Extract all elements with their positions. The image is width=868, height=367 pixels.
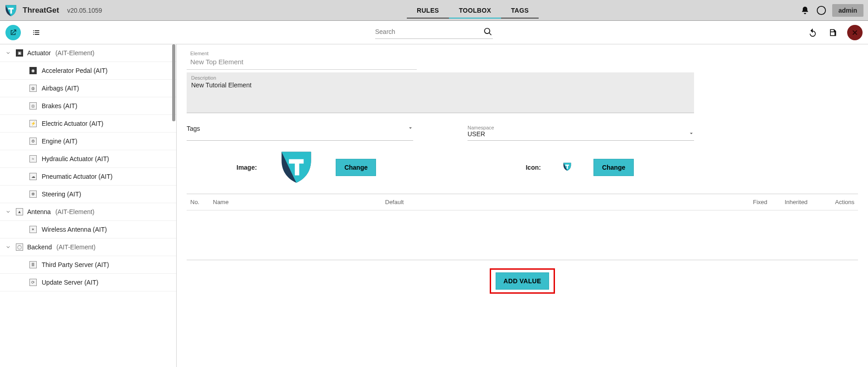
item-icon: ☸ (29, 190, 37, 198)
group-type: (AIT-Element) (55, 49, 94, 57)
header-right: admin (800, 4, 863, 17)
description-label: Description (191, 75, 690, 81)
element-label: Element (187, 49, 858, 56)
col-fixed: Fixed (749, 194, 781, 210)
description-text[interactable]: New Tutorial Element (191, 81, 690, 89)
close-button[interactable] (847, 25, 863, 40)
top-header: ThreatGet v20.05.1059 RULES TOOLBOX TAGS… (0, 0, 868, 21)
tree-item[interactable]: ⟳Update Server (AIT) (0, 274, 176, 291)
search-icon[interactable] (483, 26, 493, 37)
col-default: Default (381, 194, 749, 210)
app-logo-icon (5, 4, 17, 17)
group-name: Backend (27, 243, 52, 251)
namespace-select[interactable]: Namespace USER (468, 125, 694, 141)
tree-item-label: Accelerator Pedal (AIT) (42, 67, 108, 74)
image-label: Image: (236, 164, 257, 171)
namespace-value: USER (468, 130, 485, 138)
tab-toolbox[interactable]: TOOLBOX (449, 2, 501, 19)
tree-item-label: Engine (AIT) (42, 138, 77, 145)
item-icon: ⚙ (29, 137, 37, 145)
header-left: ThreatGet v20.05.1059 (5, 4, 102, 17)
search-field (375, 26, 493, 39)
tree-item[interactable]: ☸Steering (AIT) (0, 186, 176, 203)
new-item-button[interactable] (5, 25, 21, 40)
col-name: Name (209, 194, 381, 210)
add-value-wrap: ADD VALUE (187, 268, 858, 294)
change-icon-button[interactable]: Change (593, 159, 634, 176)
group-name: Antenna (27, 208, 51, 215)
tree-group-backend: ◯ Backend (AIT-Element) ≣Third Party Ser… (0, 238, 176, 291)
tags-select[interactable]: Tags (187, 125, 413, 141)
group-name: Actuator (27, 49, 51, 57)
item-icon: ◎ (29, 102, 37, 110)
tree-header-antenna[interactable]: ▲ Antenna (AIT-Element) (0, 203, 176, 221)
list-view-icon[interactable] (31, 27, 42, 38)
chevron-down-icon (408, 125, 413, 132)
tree-item[interactable]: ◎Brakes (AIT) (0, 97, 176, 115)
tree-item[interactable]: ◉Accelerator Pedal (AIT) (0, 62, 176, 80)
tags-namespace-row: Tags Namespace USER (187, 125, 858, 141)
tree-group-actuator: ▣ Actuator (AIT-Element) ◉Accelerator Pe… (0, 44, 176, 203)
group-type: (AIT-Element) (56, 243, 95, 251)
item-icon: ◉ (29, 67, 37, 75)
tree-item-label: Pneumatic Actuator (AIT) (42, 173, 112, 180)
toolbar (0, 21, 868, 44)
icon-label: Icon: (526, 164, 540, 171)
add-value-highlight: ADD VALUE (490, 268, 555, 294)
chevron-down-icon (5, 244, 12, 250)
col-no: No. (187, 194, 209, 210)
icon-preview-icon (563, 162, 572, 172)
header-nav: RULES TOOLBOX TAGS (407, 2, 539, 19)
group-icon: ▣ (15, 49, 24, 57)
tree-item[interactable]: ≣Third Party Server (AIT) (0, 256, 176, 274)
item-icon: ⟳ (29, 278, 37, 286)
save-icon[interactable] (827, 27, 838, 38)
search-input[interactable] (375, 28, 483, 35)
col-inherited: Inherited (781, 194, 822, 210)
notifications-icon[interactable] (800, 5, 810, 16)
chevron-down-icon (5, 50, 12, 56)
group-icon: ◯ (15, 243, 24, 251)
tree-item[interactable]: ⚙Engine (AIT) (0, 133, 176, 150)
tree-item-label: Wireless Antenna (AIT) (42, 226, 107, 233)
group-type: (AIT-Element) (55, 208, 94, 215)
tab-rules[interactable]: RULES (407, 2, 449, 19)
svg-point-0 (817, 6, 825, 14)
content-area: ▣ Actuator (AIT-Element) ◉Accelerator Pe… (0, 44, 868, 367)
change-image-button[interactable]: Change (336, 159, 376, 176)
undo-icon[interactable] (807, 27, 818, 38)
attributes-table: No. Name Default Fixed Inherited Actions (187, 194, 858, 210)
tree-item-label: Third Party Server (AIT) (42, 261, 109, 268)
sidebar-scrollbar-thumb[interactable] (172, 44, 175, 121)
tree-item-label: Steering (AIT) (42, 191, 81, 198)
item-icon: ≣ (29, 261, 37, 269)
image-icon-row: Image: Change Icon: (187, 149, 858, 194)
tree-item-label: Update Server (AIT) (42, 279, 98, 286)
element-field: Element (187, 49, 858, 70)
item-icon: ⚡ (29, 119, 37, 128)
chevron-down-icon (5, 209, 12, 214)
tree-item[interactable]: ◍Airbags (AIT) (0, 80, 176, 97)
tree-item[interactable]: ☁Pneumatic Actuator (AIT) (0, 168, 176, 186)
tree-item-label: Hydraulic Actuator (AIT) (42, 155, 109, 162)
user-menu-button[interactable]: admin (832, 4, 863, 17)
add-value-button[interactable]: ADD VALUE (496, 272, 549, 290)
tree-item-label: Electric Actuator (AIT) (42, 120, 103, 127)
account-circle-icon[interactable] (816, 5, 827, 16)
toolbar-right (807, 25, 863, 40)
tags-label: Tags (187, 125, 200, 132)
element-input[interactable] (187, 56, 417, 70)
group-icon: ▲ (15, 208, 24, 216)
tree-header-actuator[interactable]: ▣ Actuator (AIT-Element) (0, 44, 176, 62)
chevron-down-icon (689, 130, 694, 138)
sidebar-tree[interactable]: ▣ Actuator (AIT-Element) ◉Accelerator Pe… (0, 44, 177, 367)
namespace-label: Namespace (468, 125, 694, 130)
tree-item[interactable]: ≈Hydraulic Actuator (AIT) (0, 150, 176, 168)
app-version: v20.05.1059 (67, 7, 102, 14)
tree-header-backend[interactable]: ◯ Backend (AIT-Element) (0, 238, 176, 256)
image-group: Image: Change (236, 149, 376, 186)
item-icon: ☁ (29, 172, 37, 181)
tree-item[interactable]: ✶Wireless Antenna (AIT) (0, 221, 176, 238)
tree-item[interactable]: ⚡Electric Actuator (AIT) (0, 115, 176, 133)
tab-tags[interactable]: TAGS (501, 2, 539, 19)
